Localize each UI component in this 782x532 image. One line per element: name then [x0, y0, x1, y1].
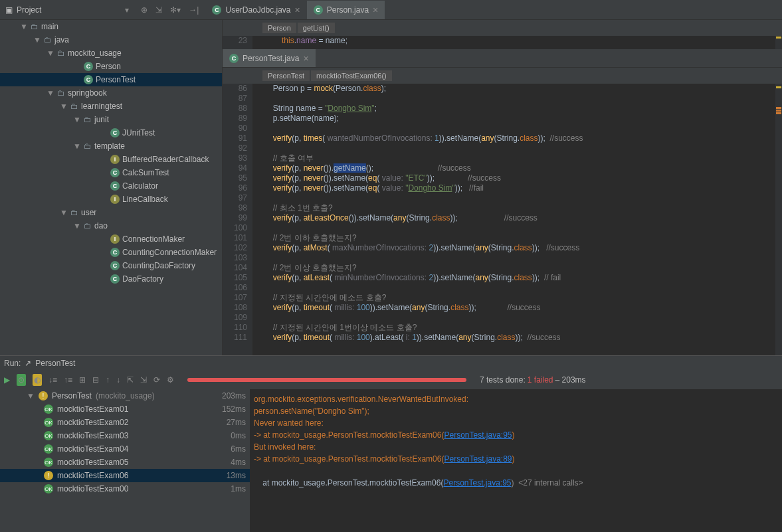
- close-icon[interactable]: ×: [373, 5, 378, 15]
- sub-tab[interactable]: CPersonTest.java×: [223, 49, 316, 67]
- toggle2-icon[interactable]: ◐: [33, 374, 42, 386]
- code-main[interactable]: Person p = mock(Person.class); String na…: [252, 84, 775, 355]
- breadcrumb-item[interactable]: getList(): [298, 23, 335, 33]
- run-config-icon: ↗: [25, 359, 31, 368]
- tree-item[interactable]: ▼🗀main: [0, 20, 222, 33]
- tree-arrow-icon[interactable]: ▼: [73, 115, 81, 124]
- tree-item[interactable]: ILineCallback: [0, 193, 222, 206]
- tree-item[interactable]: ▼🗀mockito_usage: [0, 46, 222, 60]
- ok-icon: OK: [44, 484, 53, 493]
- tree-item[interactable]: CJUnitTest: [0, 126, 222, 139]
- code-top[interactable]: this.name = name;: [252, 36, 775, 49]
- ok-icon: OK: [44, 444, 53, 454]
- class-icon: C: [212, 5, 221, 15]
- interface-icon: I: [110, 234, 120, 244]
- hide-icon[interactable]: →|: [189, 5, 199, 15]
- tree-arrow-icon[interactable]: ▼: [47, 88, 54, 98]
- tree-item[interactable]: IConnectionMaker: [0, 232, 222, 246]
- test-progress: [187, 378, 466, 382]
- test-item[interactable]: !mocktioTestExam0613ms: [0, 469, 250, 482]
- class-icon: C: [110, 181, 120, 191]
- project-panel-title[interactable]: ▣ Project ▾: [0, 5, 134, 15]
- package-icon: 🗀: [57, 88, 65, 98]
- tree-item[interactable]: CCountingConnectionMaker: [0, 246, 222, 259]
- tree-item[interactable]: ▼🗀learningtest: [0, 100, 222, 113]
- test-item[interactable]: OKmocktioTestExam0227ms: [0, 416, 250, 429]
- tree-arrow-icon[interactable]: ▼: [60, 102, 68, 111]
- console-output[interactable]: org.mockito.exceptions.verification.Neve…: [250, 389, 782, 532]
- run-config: PersonTest: [35, 359, 75, 368]
- stacktrace-link[interactable]: PersonTest.java:89: [444, 454, 512, 464]
- export-icon[interactable]: ⇱: [127, 375, 134, 385]
- editor-area: PersongetList() 23 this.name = name; CPe…: [223, 20, 782, 355]
- editor-tab[interactable]: CUserDaoJdbc.java×: [205, 1, 306, 19]
- toggle-icon[interactable]: ⊙: [17, 374, 26, 386]
- warn-icon: !: [44, 471, 53, 480]
- class-icon: C: [314, 5, 323, 15]
- package-icon: 🗀: [70, 208, 78, 217]
- folder-icon: 🗀: [31, 22, 39, 31]
- test-suite[interactable]: ▼!PersonTest (mockito_usage)203ms: [0, 389, 250, 402]
- tree-item[interactable]: ▼🗀junit: [0, 113, 222, 126]
- test-item[interactable]: OKmocktioTestExam01152ms: [0, 402, 250, 416]
- stacktrace-link[interactable]: PersonTest.java:95: [444, 430, 512, 440]
- tree-item[interactable]: IBufferedReaderCallback: [0, 153, 222, 166]
- close-icon[interactable]: ×: [295, 5, 300, 15]
- project-tree[interactable]: ▼🗀main▼🗀java▼🗀mockito_usageCPersonCPerso…: [0, 20, 223, 355]
- ok-icon: OK: [44, 431, 53, 440]
- sort-icon[interactable]: ↓≡: [49, 375, 57, 385]
- down-icon[interactable]: ↓: [116, 375, 120, 385]
- stacktrace-link[interactable]: PersonTest.java:95: [443, 478, 511, 488]
- tree-item[interactable]: CPerson: [0, 60, 222, 73]
- package-icon: 🗀: [84, 115, 92, 124]
- ok-icon: OK: [44, 418, 53, 427]
- target-icon[interactable]: ⊕: [141, 5, 147, 15]
- class-icon: C: [84, 62, 93, 71]
- tree-item[interactable]: CDaoFactory: [0, 272, 222, 286]
- editor-tab[interactable]: CPerson.java×: [307, 1, 385, 19]
- dropdown-arrow-icon[interactable]: ▾: [125, 5, 129, 15]
- sort2-icon[interactable]: ↑≡: [64, 375, 72, 385]
- run-toolbar: ▶ ⊙ ◐ ↓≡ ↑≡ ⊞ ⊟ ↑ ↓ ⇱ ⇲ ⟳ ⚙ 7 tests done…: [0, 371, 782, 389]
- collapse-icon[interactable]: ⇲: [155, 5, 162, 15]
- test-item[interactable]: OKmocktioTestExam030ms: [0, 429, 250, 442]
- tree-item[interactable]: ▼🗀java: [0, 33, 222, 46]
- collapse-icon[interactable]: ⊟: [92, 375, 99, 385]
- rerun-icon[interactable]: ▶: [4, 375, 10, 385]
- test-item[interactable]: OKmocktioTestExam001ms: [0, 482, 250, 495]
- tree-arrow-icon[interactable]: ▼: [20, 22, 28, 31]
- test-item[interactable]: OKmocktioTestExam054ms: [0, 456, 250, 469]
- close-icon[interactable]: ×: [303, 53, 308, 64]
- breadcrumb-item[interactable]: mocktioTestExam06(): [311, 70, 392, 81]
- tree-item[interactable]: ▼🗀template: [0, 139, 222, 153]
- tree-item[interactable]: CCalcSumTest: [0, 166, 222, 179]
- class-icon: C: [110, 248, 120, 257]
- tree-arrow-icon[interactable]: ▼: [33, 35, 41, 44]
- warn-icon: !: [39, 391, 48, 400]
- history-icon[interactable]: ⟳: [153, 375, 160, 385]
- tree-arrow-icon[interactable]: ▼: [47, 48, 54, 58]
- tree-item[interactable]: CCountingDaoFactory: [0, 259, 222, 272]
- gear-icon[interactable]: ⚙: [167, 375, 174, 385]
- tree-item[interactable]: CPersonTest: [0, 73, 222, 86]
- expand-icon[interactable]: ⊞: [79, 375, 86, 385]
- run-header: Run: ↗ PersonTest: [0, 356, 782, 371]
- test-tree[interactable]: ▼!PersonTest (mockito_usage)203msOKmockt…: [0, 389, 250, 532]
- gutter: 23: [223, 36, 252, 49]
- tree-item[interactable]: ▼🗀springbook: [0, 86, 222, 100]
- tree-arrow-icon[interactable]: ▼: [60, 208, 68, 217]
- tree-arrow-icon[interactable]: ▼: [73, 221, 81, 230]
- import-icon[interactable]: ⇲: [140, 375, 147, 385]
- settings-icon[interactable]: ✻▾: [170, 5, 181, 15]
- breadcrumb-item[interactable]: PersonTest: [262, 70, 310, 81]
- gutter-main: 8687888990919293949596979899100101102103…: [223, 84, 252, 355]
- class-icon: C: [84, 75, 93, 84]
- tree-item[interactable]: ▼🗀user: [0, 206, 222, 219]
- tree-item[interactable]: CCalculator: [0, 179, 222, 193]
- breadcrumb-item[interactable]: Person: [262, 23, 296, 33]
- tree-item[interactable]: ▼🗀dao: [0, 219, 222, 232]
- project-label: Project: [17, 5, 41, 15]
- up-icon[interactable]: ↑: [106, 375, 110, 385]
- test-item[interactable]: OKmocktioTestExam046ms: [0, 442, 250, 456]
- tree-arrow-icon[interactable]: ▼: [73, 141, 81, 151]
